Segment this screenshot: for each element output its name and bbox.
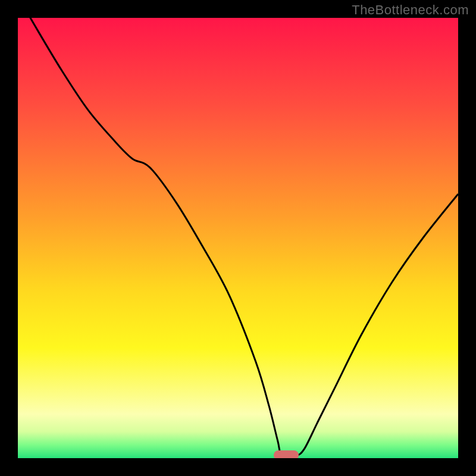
chart-svg xyxy=(18,18,458,458)
optimal-marker xyxy=(274,450,299,458)
plot-area xyxy=(18,18,458,458)
gradient-background xyxy=(18,18,458,458)
watermark-text: TheBottleneck.com xyxy=(352,2,469,18)
chart-frame: TheBottleneck.com xyxy=(0,0,476,476)
